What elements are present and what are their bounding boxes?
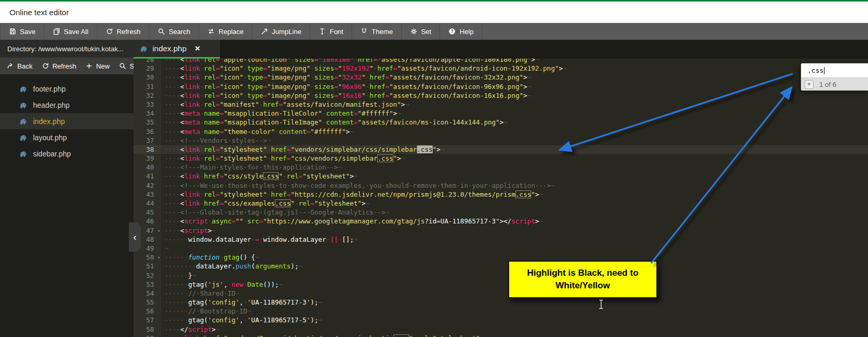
- code-line[interactable]: 48······window.dataLayer·=·window.dataLa…: [134, 235, 868, 244]
- code-text: ····<link·rel="stylesheet"·href="vendors…: [161, 145, 444, 154]
- sidebar-action-back[interactable]: Back: [2, 62, 37, 70]
- code-line[interactable]: 28····<link·rel="apple-touch-icon"·sizes…: [134, 59, 868, 64]
- code-line[interactable]: 32····<link·rel="icon"·type="image/png"·…: [134, 91, 868, 100]
- annotation-line2: White/Yellow: [556, 279, 610, 292]
- code-line[interactable]: 31····<link·rel="icon"·type="image/png"·…: [134, 82, 868, 91]
- code-line[interactable]: 42····<!--·We·use·those·styles·to·show·c…: [134, 181, 868, 190]
- toolbar-button-font[interactable]: Font: [310, 23, 352, 40]
- line-number: 41: [134, 172, 161, 181]
- back-icon: [7, 62, 14, 70]
- line-number: 29: [134, 64, 161, 73]
- code-line[interactable]: 54······//·Shared·ID¬: [134, 289, 868, 298]
- code-line[interactable]: 53······gtag('js',·new·Date());¬: [134, 280, 868, 289]
- code-line[interactable]: 45····<!--·Global·site·tag·(gtag.js)·-·G…: [134, 208, 868, 217]
- sidebar-collapse-handle[interactable]: ‹: [129, 222, 141, 252]
- toolbar-button-set[interactable]: Set: [402, 23, 441, 40]
- code-line[interactable]: 46····<script·async=""·src="https://www.…: [134, 217, 868, 226]
- code-text: ····<!--·Main·styles·for·this·applicatio…: [161, 163, 342, 172]
- sidebar-action-new[interactable]: New: [81, 62, 114, 70]
- code-line[interactable]: 40····<!--·Main·styles·for·this·applicat…: [134, 163, 868, 172]
- toolbar-button-jumpline[interactable]: JumpLine: [252, 23, 310, 40]
- fold-marker-icon[interactable]: ▾: [158, 227, 160, 235]
- code-line[interactable]: 36····<meta·name="theme-color"·content="…: [134, 127, 868, 136]
- toolbar-button-replace[interactable]: Replace: [199, 23, 252, 40]
- search-panel: .css + 1 of 6: [801, 63, 868, 91]
- plus-icon: [85, 62, 93, 70]
- toolbar-button-theme[interactable]: Theme: [352, 23, 401, 40]
- code-line[interactable]: 50▾······function·gtag()·{¬: [134, 253, 868, 262]
- line-number: 31: [134, 82, 161, 91]
- code-line[interactable]: 29····<link·rel="icon"·type="image/png"·…: [134, 64, 868, 73]
- line-number: 33: [134, 100, 161, 109]
- line-number: 59: [134, 334, 161, 337]
- editor-panel: index.php × 28····<link·rel="apple-touch…: [134, 40, 868, 337]
- code-line[interactable]: 58····</script>¬: [134, 325, 868, 334]
- file-list: footer.phpheader.phpindex.phplayout.phps…: [0, 74, 134, 162]
- chevron-left-icon: ‹: [133, 231, 136, 243]
- code-line[interactable]: 56······//·Bootstrap·ID¬: [134, 307, 868, 316]
- toolbar-button-save[interactable]: Save: [0, 23, 45, 40]
- code-line[interactable]: 57······gtag('config',·'UA-118965717-5')…: [134, 316, 868, 324]
- code-line[interactable]: 37····<!--·Vendors·styles-->¬: [134, 136, 868, 145]
- toolbar-button-save-all[interactable]: Save All: [45, 23, 97, 40]
- file-item-header-php[interactable]: header.php: [0, 97, 134, 113]
- code-line[interactable]: 49¬: [134, 244, 868, 253]
- search-input[interactable]: .css: [801, 63, 868, 78]
- line-number: 38: [134, 145, 161, 154]
- toolbar-button-help[interactable]: ?Help: [440, 23, 482, 40]
- expand-search-button[interactable]: +: [805, 80, 814, 89]
- file-item-footer-php[interactable]: footer.php: [0, 81, 134, 97]
- code-line[interactable]: 44····<link·href="css/examples.css"·rel=…: [134, 199, 868, 208]
- code-text: ······gtag('config',·'UA-118965717-5');¬: [161, 316, 322, 324]
- search-counter-bar: + 1 of 6: [801, 78, 868, 91]
- code-text: ······gtag('js',·new·Date());¬: [161, 280, 283, 289]
- close-tab-icon[interactable]: ×: [195, 44, 200, 53]
- code-line[interactable]: 55······gtag('config',·'UA-118965717-3')…: [134, 298, 868, 307]
- code-line[interactable]: 35····<meta·name="msapplication-TileImag…: [134, 118, 868, 127]
- sidebar-action-refresh[interactable]: Refresh: [37, 62, 81, 70]
- code-text: ····<!--·Vendors·styles-->¬: [161, 136, 271, 145]
- code-line[interactable]: 59····<link·href="vendors/@coreui/chartj…: [134, 334, 868, 337]
- code-line[interactable]: 51········dataLayer.push(arguments);¬: [134, 262, 868, 271]
- code-editor-viewport[interactable]: 28····<link·rel="apple-touch-icon"·sizes…: [134, 59, 868, 337]
- code-line[interactable]: 34····<meta·name="msapplication-TileColo…: [134, 109, 868, 118]
- refresh-icon: [106, 28, 113, 35]
- code-line[interactable]: 38····<link·rel="stylesheet"·href="vendo…: [134, 145, 868, 154]
- line-number: 35: [134, 118, 161, 127]
- code-line[interactable]: 33····<link·rel="manifest"·href="assets/…: [134, 100, 868, 109]
- code-text: ······//·Bootstrap·ID¬: [161, 307, 251, 316]
- file-name: header.php: [33, 101, 70, 109]
- font-icon: [318, 28, 326, 35]
- code-text: ····<link·href="css/examples.css"·rel="s…: [161, 199, 369, 208]
- code-line[interactable]: 39····<link·rel="stylesheet"·href="css/v…: [134, 154, 868, 163]
- annotation-line1: Highlight is Black, need to: [527, 267, 639, 279]
- online-text-editor-app: Online text editor SaveSave AllRefreshSe…: [0, 0, 868, 337]
- code-line[interactable]: 47▾····<script>¬: [134, 226, 868, 235]
- code-text: ······}¬: [161, 271, 196, 280]
- code-line[interactable]: 43····<link·rel="stylesheet"·href="https…: [134, 190, 868, 199]
- line-number: 54: [134, 289, 161, 298]
- line-number: 42: [134, 181, 161, 190]
- sidebar-action-label: Back: [17, 62, 32, 70]
- code-text: ····<link·rel="manifest"·href="assets/fa…: [161, 100, 409, 109]
- code-text: ····<link·rel="apple-touch-icon"·sizes="…: [161, 59, 539, 64]
- code-text: ······function·gtag()·{¬: [161, 253, 259, 262]
- toolbar-button-refresh[interactable]: Refresh: [97, 23, 150, 40]
- code-line[interactable]: 52······}¬: [134, 271, 868, 280]
- directory-path: Directory: /www/wwwroot/tukin.kotak...: [0, 40, 134, 58]
- php-elephant-icon: [19, 134, 28, 141]
- code-text: ····<script·async=""·src="https://www.go…: [161, 217, 543, 226]
- file-item-layout-php[interactable]: layout.php: [0, 129, 134, 145]
- file-item-sidebar-php[interactable]: sidebar.php: [0, 145, 134, 162]
- save-icon: [9, 28, 16, 35]
- line-number: 56: [134, 307, 161, 316]
- toolbar-button-search[interactable]: Search: [149, 23, 199, 40]
- code-text: ····<link·rel="icon"·type="image/png"·si…: [161, 64, 567, 73]
- line-number: 52: [134, 271, 161, 280]
- code-line[interactable]: 41····<link·href="css/style.css"·rel="st…: [134, 172, 868, 181]
- tab-index-php[interactable]: index.php ×: [134, 40, 220, 59]
- toolbar-button-label: Save All: [64, 28, 89, 36]
- fold-marker-icon[interactable]: ▾: [158, 253, 160, 262]
- file-item-index-php[interactable]: index.php: [0, 113, 134, 129]
- code-line[interactable]: 30····<link·rel="icon"·type="image/png"·…: [134, 73, 868, 82]
